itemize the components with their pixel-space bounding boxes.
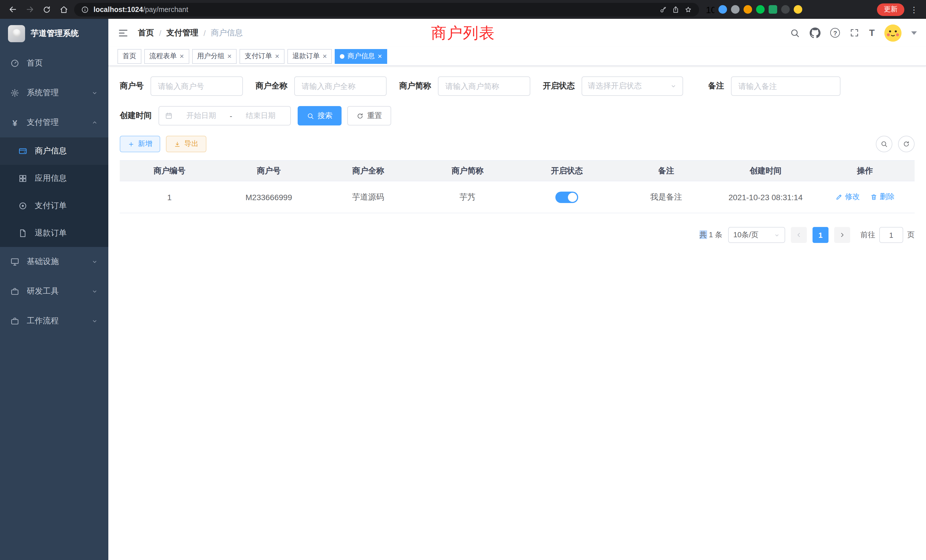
refresh-table-button[interactable] [898, 136, 915, 152]
add-button[interactable]: 新增 [120, 136, 160, 152]
fullscreen-icon[interactable] [850, 28, 859, 38]
extension-icon-1[interactable]: 10 [706, 5, 714, 14]
chevron-down-icon [91, 258, 98, 265]
tab-close-icon[interactable]: × [323, 53, 327, 60]
tab-home[interactable]: 首页 [118, 49, 141, 64]
sidebar-item-home[interactable]: 首页 [0, 48, 108, 78]
target-icon [18, 201, 27, 210]
sidebar-item-label: 商户信息 [35, 146, 98, 156]
app-logo-row[interactable]: 芋道管理系统 [0, 19, 108, 48]
create-time-label: 创建时间 [120, 110, 152, 121]
sidebar-item-app-info[interactable]: 应用信息 [0, 165, 108, 192]
help-icon[interactable]: ? [830, 28, 840, 38]
chevron-down-icon [91, 89, 98, 96]
edit-link[interactable]: 修改 [835, 192, 860, 202]
tab-close-icon[interactable]: × [227, 53, 232, 60]
toggle-search-button[interactable] [876, 136, 892, 152]
tab-label: 用户分组 [197, 51, 224, 61]
font-size-icon[interactable]: T [869, 28, 875, 37]
column-header: 备注 [617, 160, 716, 181]
bookmark-star-icon[interactable] [684, 5, 692, 14]
pagination-total-suffix: 条 [715, 230, 722, 239]
reset-button[interactable]: 重置 [347, 106, 391, 126]
goto-page-input[interactable] [879, 227, 903, 243]
payment-submenu: 商户信息 应用信息 支付订单 退款订单 [0, 138, 108, 247]
tab-close-icon[interactable]: × [275, 53, 279, 60]
tab-close-icon[interactable]: × [378, 53, 382, 60]
create-time-range-picker[interactable]: 开始日期 - 结束日期 [159, 106, 291, 126]
page-size-select[interactable]: 10条/页 [728, 227, 785, 243]
reset-button-label: 重置 [367, 110, 382, 121]
filter-row-1: 商户号 商户全称 商户简称 开启状态 请选择开启状态 备注 [120, 76, 915, 96]
sidebar-item-label: 系统管理 [27, 88, 84, 98]
sidebar-item-payment[interactable]: ¥ 支付管理 [0, 108, 108, 138]
breadcrumb-payment[interactable]: 支付管理 [166, 28, 198, 38]
browser-back-icon[interactable] [6, 3, 20, 16]
extension-icon-3[interactable] [731, 5, 740, 14]
password-key-icon[interactable] [659, 5, 667, 14]
cell-shortname: 芋艿 [418, 181, 517, 213]
extension-icon-4[interactable] [743, 5, 752, 14]
browser-update-button[interactable]: 更新 [877, 3, 904, 16]
extension-icon-2[interactable] [719, 5, 727, 14]
share-icon[interactable] [672, 5, 680, 14]
delete-link[interactable]: 删除 [870, 192, 895, 202]
user-avatar[interactable] [884, 24, 902, 41]
sidebar-item-infrastructure[interactable]: 基础设施 [0, 247, 108, 277]
dashboard-icon [10, 59, 20, 68]
browser-menu-icon[interactable]: ⋮ [908, 5, 920, 14]
column-header: 商户编号 [120, 160, 219, 181]
workflow-icon [10, 316, 20, 325]
tab-pay-order[interactable]: 支付订单 × [239, 49, 284, 64]
sidebar-item-workflow[interactable]: 工作流程 [0, 306, 108, 336]
yen-icon: ¥ [10, 118, 20, 127]
tab-merchant-info[interactable]: 商户信息 × [335, 49, 387, 64]
calendar-icon [165, 112, 173, 120]
tab-close-icon[interactable]: × [180, 53, 184, 60]
extension-badge: 10 [706, 5, 714, 14]
breadcrumb-home[interactable]: 首页 [138, 28, 154, 38]
sidebar-item-system[interactable]: 系统管理 [0, 78, 108, 108]
sidebar-item-refund-order[interactable]: 退款订单 [0, 219, 108, 247]
merchant-fullname-input[interactable] [294, 76, 387, 96]
breadcrumb-separator: / [159, 28, 161, 37]
site-info-icon[interactable] [81, 5, 89, 14]
next-page-button[interactable] [834, 227, 850, 243]
status-toggle[interactable] [555, 191, 578, 203]
github-icon[interactable] [809, 27, 820, 38]
extension-icon-7[interactable] [781, 5, 790, 14]
sidebar-item-pay-order[interactable]: 支付订单 [0, 192, 108, 219]
page-number-button[interactable]: 1 [813, 227, 829, 243]
sidebar-menu: 首页 系统管理 ¥ 支付管理 商户信息 应用信息 [0, 48, 108, 336]
export-button-label: 导出 [184, 139, 198, 149]
tab-user-group[interactable]: 用户分组 × [192, 49, 237, 64]
extension-icon-6[interactable] [769, 5, 777, 14]
search-button[interactable]: 搜索 [298, 106, 342, 126]
tab-process-form[interactable]: 流程表单 × [144, 49, 189, 64]
extension-icon-5[interactable] [756, 5, 765, 14]
browser-forward-icon[interactable] [23, 3, 36, 16]
merchant-shortname-input[interactable] [438, 76, 530, 96]
browser-home-icon[interactable] [57, 3, 71, 16]
status-select[interactable]: 请选择开启状态 [582, 76, 683, 96]
merchant-shortname-label: 商户简称 [399, 81, 431, 91]
search-icon[interactable] [790, 28, 800, 38]
sidebar-item-label: 首页 [27, 58, 98, 68]
tab-refund-order[interactable]: 退款订单 × [287, 49, 332, 64]
menu-fold-icon[interactable] [118, 27, 129, 38]
column-header: 操作 [816, 160, 915, 181]
sidebar-item-merchant-info[interactable]: 商户信息 [0, 138, 108, 165]
search-button-label: 搜索 [318, 110, 333, 121]
remark-input[interactable] [731, 76, 840, 96]
prev-page-button[interactable] [791, 227, 807, 243]
sidebar-item-devtools[interactable]: 研发工具 [0, 277, 108, 306]
address-bar[interactable]: localhost:1024/pay/merchant [74, 3, 699, 16]
extension-icon-8[interactable] [794, 5, 802, 14]
export-button[interactable]: 导出 [166, 136, 206, 152]
browser-reload-icon[interactable] [40, 3, 54, 16]
caret-down-icon[interactable] [911, 31, 917, 35]
pagination-total-prefix: 共 [699, 230, 707, 239]
table-toolbar: 新增 导出 [120, 136, 915, 152]
merchant-no-input[interactable] [151, 76, 243, 96]
cell-merchant-id: 1 [120, 181, 219, 213]
